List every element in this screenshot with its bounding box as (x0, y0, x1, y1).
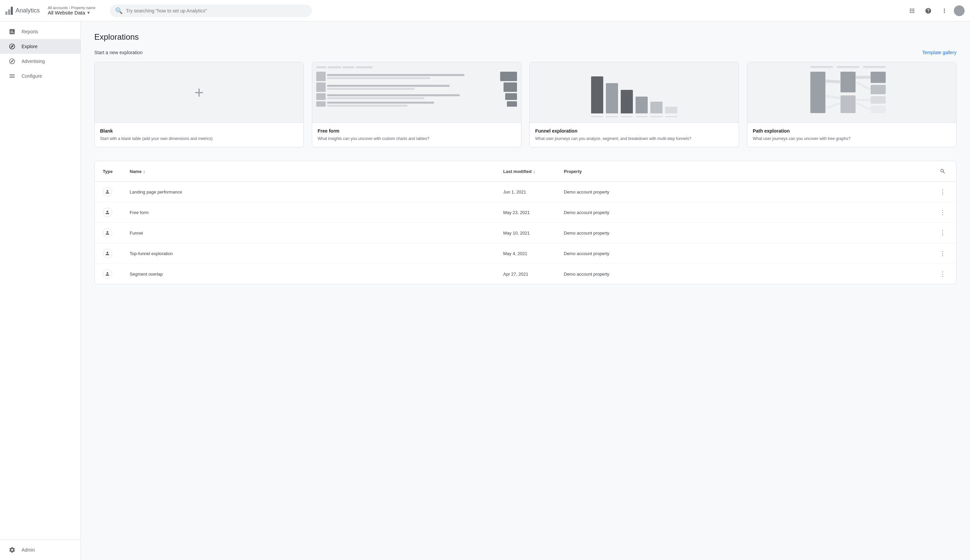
sidebar-admin-label: Admin (22, 547, 35, 553)
table-header: Type Name ↓ Last modified ↓ Property (95, 161, 956, 182)
card-blank[interactable]: + Blank Start with a blank table (add yo… (94, 62, 304, 147)
card-free-form-desc: What insights can you uncover with custo… (318, 136, 516, 142)
admin-icon (8, 547, 16, 553)
logo-bar-1 (5, 12, 7, 15)
app-header: Analytics All accounts › Property name A… (0, 0, 970, 22)
table-search-button[interactable] (937, 166, 948, 177)
row-menu: ⋮ (935, 264, 951, 284)
card-path-desc: What user journeys can you uncover with … (753, 136, 951, 142)
sidebar-item-admin[interactable]: Admin (0, 542, 80, 557)
row-menu-button[interactable]: ⋮ (937, 248, 948, 259)
property-selector[interactable]: All accounts › Property name All Website… (48, 6, 102, 15)
sidebar-nav: Reports Explore Advertising (0, 22, 80, 540)
sidebar: Reports Explore Advertising (0, 22, 81, 560)
sidebar-item-configure[interactable]: Configure (0, 68, 80, 83)
sidebar-footer: Admin (0, 540, 80, 560)
row-type (100, 223, 127, 242)
modified-sort-icon: ↓ (533, 168, 535, 174)
sidebar-item-reports[interactable]: Reports (0, 24, 80, 39)
row-property: Demo account property (561, 226, 935, 240)
name-sort-icon: ↓ (143, 168, 145, 174)
sidebar-item-advertising[interactable]: Advertising (0, 54, 80, 68)
row-menu-button[interactable]: ⋮ (937, 228, 948, 238)
chevron-down-icon: ▼ (87, 10, 90, 15)
svg-rect-2 (863, 66, 886, 68)
card-free-form-preview (312, 62, 521, 123)
svg-rect-0 (810, 66, 833, 68)
page-layout: Reports Explore Advertising (0, 22, 970, 560)
card-blank-title: Blank (100, 128, 298, 133)
row-menu-button[interactable]: ⋮ (937, 207, 948, 218)
row-modified: May 10, 2021 (500, 226, 561, 240)
row-name: Funnel (127, 226, 500, 240)
row-modified: Jun 1, 2021 (500, 185, 561, 199)
card-funnel-title: Funnel exploration (535, 128, 733, 133)
table-row[interactable]: Landing page performance Jun 1, 2021 Dem… (95, 182, 956, 202)
search-bar[interactable]: 🔍 (110, 4, 312, 17)
row-property: Demo account property (561, 246, 935, 261)
svg-rect-3 (810, 72, 826, 113)
reports-icon (8, 28, 16, 35)
card-funnel-desc: What user journeys can you analyze, segm… (535, 136, 733, 142)
sidebar-advertising-label: Advertising (22, 58, 45, 64)
svg-rect-9 (871, 106, 886, 113)
explore-icon (8, 43, 16, 50)
table-row[interactable]: Top-funnel exploration May 4, 2021 Demo … (95, 243, 956, 264)
help-icon[interactable] (922, 4, 935, 18)
table-row[interactable]: Free form May 23, 2021 Demo account prop… (95, 202, 956, 223)
person-icon (103, 208, 112, 217)
table-row[interactable]: Funnel May 10, 2021 Demo account propert… (95, 223, 956, 243)
avatar[interactable] (954, 5, 965, 16)
table-row[interactable]: Segment overlap Apr 27, 2021 Demo accoun… (95, 264, 956, 284)
row-menu-button[interactable]: ⋮ (937, 187, 948, 197)
property-current[interactable]: All Website Data ▼ (48, 10, 102, 15)
row-modified: May 4, 2021 (500, 246, 561, 261)
template-gallery-link[interactable]: Template gallery (922, 50, 957, 55)
card-free-form[interactable]: Free form What insights can you uncover … (312, 62, 521, 147)
row-menu-button[interactable]: ⋮ (937, 268, 948, 279)
app-name: Analytics (15, 7, 40, 14)
row-name: Top-funnel exploration (127, 246, 500, 261)
person-icon (103, 269, 112, 278)
row-menu: ⋮ (935, 182, 951, 202)
more-options-icon[interactable] (938, 4, 951, 18)
row-name: Segment overlap (127, 267, 500, 282)
sidebar-explore-label: Explore (22, 44, 37, 49)
card-path[interactable]: Path exploration What user journeys can … (747, 62, 957, 147)
card-funnel-preview (530, 62, 739, 123)
person-icon (103, 249, 112, 258)
explorations-table: Type Name ↓ Last modified ↓ Property (94, 161, 957, 284)
col-type: Type (100, 161, 127, 182)
sidebar-reports-label: Reports (22, 29, 38, 34)
card-blank-info: Blank Start with a blank table (add your… (95, 123, 303, 147)
row-menu: ⋮ (935, 243, 951, 263)
svg-rect-5 (840, 95, 855, 113)
search-icon: 🔍 (115, 7, 122, 15)
sidebar-item-explore[interactable]: Explore (0, 39, 80, 54)
row-modified: Apr 27, 2021 (500, 267, 561, 282)
apps-icon[interactable] (905, 4, 919, 18)
col-last-modified[interactable]: Last modified ↓ (500, 161, 561, 182)
plus-icon: + (194, 83, 204, 102)
search-input[interactable] (126, 8, 306, 13)
logo-bar-2 (8, 9, 10, 15)
card-path-preview (748, 62, 956, 123)
row-name: Free form (127, 205, 500, 220)
logo-bar-3 (11, 7, 13, 15)
svg-rect-4 (840, 72, 855, 93)
row-type (100, 265, 127, 283)
configure-icon (8, 73, 16, 79)
card-funnel[interactable]: Funnel exploration What user journeys ca… (530, 62, 739, 147)
col-name[interactable]: Name ↓ (127, 161, 500, 182)
card-free-form-info: Free form What insights can you uncover … (312, 123, 521, 147)
svg-rect-6 (871, 72, 886, 83)
row-menu: ⋮ (935, 223, 951, 243)
svg-rect-8 (871, 96, 886, 104)
card-blank-preview: + (95, 62, 303, 123)
col-search (935, 161, 951, 182)
header-actions (905, 4, 965, 18)
logo-icon (5, 7, 13, 15)
row-type (100, 203, 127, 222)
property-breadcrumb: All accounts › Property name (48, 6, 102, 10)
card-funnel-info: Funnel exploration What user journeys ca… (530, 123, 739, 147)
